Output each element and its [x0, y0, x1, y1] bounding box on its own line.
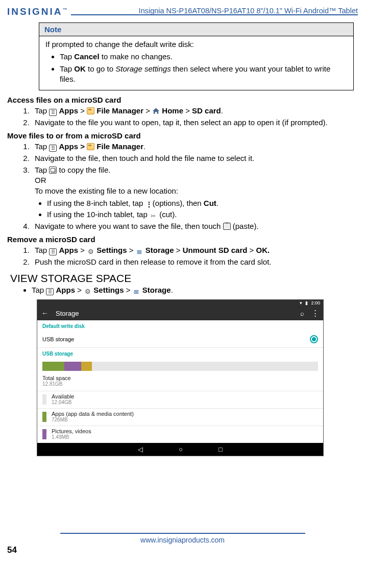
note-item-ok: Tap OK to go to Storage settings then se… [60, 64, 347, 85]
note-intro: If prompted to change the default write … [45, 39, 347, 50]
file-manager-icon [87, 143, 94, 150]
page-footer: www.insigniaproducts.com [7, 533, 358, 544]
apps-icon [49, 145, 57, 152]
view-storage-heading: VIEW STORAGE SPACE [10, 272, 358, 285]
search-icon[interactable]: ⌕ [300, 310, 304, 317]
access-step-2: Navigate to the file you want to open, t… [32, 117, 358, 128]
view-step-1: Tap Apps > Settings > Storage. [32, 286, 358, 295]
remove-title: Remove a microSD card [7, 235, 358, 244]
move-step-4: Navigate to where you want to save the f… [32, 221, 358, 231]
storage-icon [133, 288, 140, 295]
section-default-write-disk: Default write disk [37, 320, 323, 331]
appbar-title: Storage [56, 310, 293, 317]
page-number: 54 [7, 545, 358, 555]
move-step-2: Navigate to the file, then touch and hol… [32, 153, 358, 163]
storage-screenshot: ▾ ▮ 2:00 ← Storage ⌕ ⋮ Default write dis… [37, 299, 324, 456]
footer-url[interactable]: www.insigniaproducts.com [140, 536, 225, 544]
row-pictures[interactable]: Pictures, videos1.49MB [37, 426, 323, 443]
apps-icon [49, 248, 57, 255]
or-text: OR [35, 175, 358, 185]
swatch-apps [42, 412, 46, 422]
note-box: Note If prompted to change the default w… [39, 22, 354, 90]
nav-recent-icon[interactable]: □ [218, 445, 223, 453]
settings-icon [84, 288, 91, 295]
section-usb-storage: USB storage [37, 348, 323, 359]
overflow-icon[interactable]: ⋮ [311, 309, 319, 318]
move-sub-8inch: If using the 8-inch tablet, tap (options… [47, 198, 358, 208]
swatch-pictures [42, 429, 46, 439]
nav-bar: ◁ ○ □ [37, 443, 323, 456]
swatch-available [42, 394, 46, 405]
clock: 2:00 [311, 300, 320, 305]
note-item-cancel: Tap Cancel to make no changes. [60, 52, 347, 62]
settings-icon [87, 248, 94, 255]
brand-logo: INSIGNIA™ [7, 6, 67, 17]
row-apps[interactable]: Apps (app data & media content)726MB [37, 409, 323, 426]
move-step-3: Tap to copy the file. OR To move the exi… [32, 165, 358, 220]
note-title: Note [39, 23, 353, 36]
home-icon [152, 107, 160, 114]
app-bar: ← Storage ⌕ ⋮ [37, 306, 323, 320]
move-title: Move files to or from a microSD card [7, 131, 358, 140]
page-header: INSIGNIA™ Insignia NS-P16AT08/NS-P16AT10… [7, 6, 358, 17]
wifi-icon: ▾ [300, 300, 302, 305]
nav-home-icon[interactable]: ○ [179, 445, 183, 453]
radio-selected-icon [310, 335, 318, 343]
storage-bar [42, 362, 318, 371]
row-usb-storage-radio[interactable]: USB storage [37, 331, 323, 348]
apps-icon [49, 109, 57, 116]
nav-back-icon[interactable]: ◁ [138, 445, 143, 453]
cut-icon [150, 213, 157, 220]
apps-icon [46, 288, 54, 295]
move-sub-10inch: If using the 10-inch tablet, tap (cut). [47, 209, 358, 220]
model-line: Insignia NS-P16AT08/NS-P16AT10 8"/10.1" … [71, 7, 358, 15]
move-step-1: Tap Apps > File Manager. [32, 142, 358, 152]
storage-icon [136, 248, 143, 255]
battery-icon: ▮ [305, 300, 308, 305]
options-icon [145, 201, 151, 208]
status-bar: ▾ ▮ 2:00 [37, 300, 323, 306]
back-icon[interactable]: ← [41, 309, 48, 317]
remove-step-2: Push the microSD card in then release to… [32, 257, 358, 267]
paste-icon [223, 223, 231, 230]
row-total-space[interactable]: Total space 12.81GB [37, 372, 323, 391]
file-manager-icon [87, 107, 94, 114]
move-subintro: To move the existing file to a new locat… [35, 186, 358, 196]
svg-marker-0 [153, 108, 159, 113]
access-step-1: Tap Apps > File Manager > Home > SD card… [32, 106, 358, 116]
remove-step-1: Tap Apps > Settings > Storage > Unmount … [32, 245, 358, 255]
row-available[interactable]: Available12.04GB [37, 391, 323, 409]
copy-icon [49, 167, 57, 174]
access-title: Access files on a microSD card [7, 96, 358, 104]
